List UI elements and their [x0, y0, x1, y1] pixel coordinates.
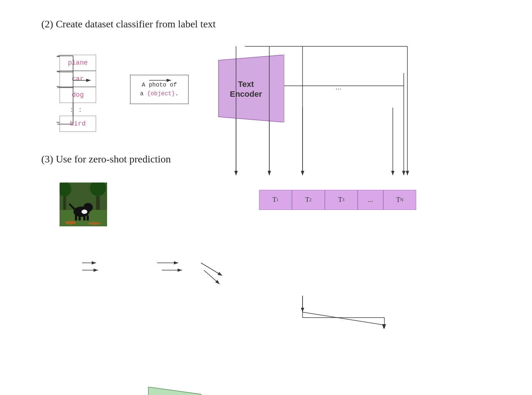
- svg-rect-37: [87, 215, 89, 220]
- svg-rect-34: [75, 215, 77, 220]
- dog-image: [60, 183, 107, 226]
- svg-rect-35: [79, 215, 81, 220]
- label-dots: ::: [60, 103, 96, 116]
- label-bird: bird: [60, 116, 96, 132]
- svg-point-40: [65, 221, 76, 225]
- template-box: A photo of a {object}.: [130, 75, 189, 104]
- text-encoder: Text Encoder: [208, 55, 284, 124]
- svg-marker-42: [148, 387, 201, 395]
- label-car: car: [60, 71, 96, 87]
- section1-title: (2) Create dataset classifier from label…: [41, 18, 216, 30]
- svg-point-41: [88, 222, 101, 225]
- image-encoder: Image Encoder: [134, 387, 201, 395]
- svg-rect-36: [83, 215, 86, 220]
- svg-point-38: [81, 210, 87, 214]
- section2-title: (3) Use for zero-shot prediction: [41, 153, 171, 165]
- label-dog: dog: [60, 87, 96, 103]
- svg-text:Text: Text: [238, 80, 254, 89]
- label-stack: plane car dog :: bird: [60, 55, 96, 132]
- label-plane: plane: [60, 55, 96, 71]
- svg-text:Encoder: Encoder: [230, 89, 262, 99]
